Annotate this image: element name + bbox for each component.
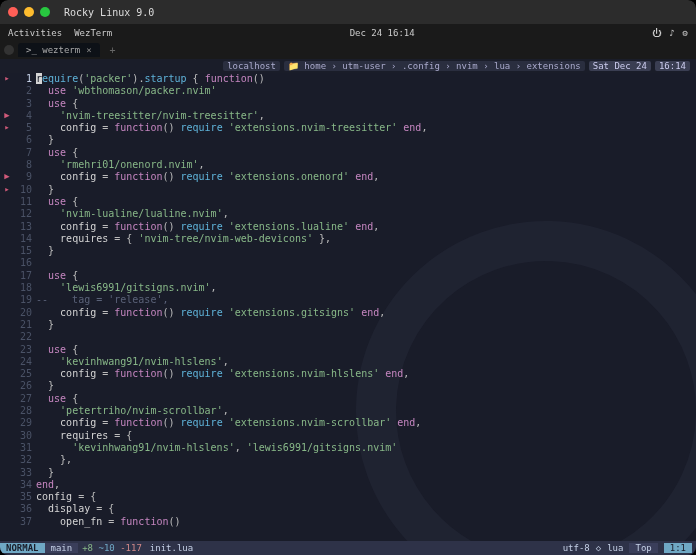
encoding: utf-8	[563, 543, 590, 553]
git-diff: +8 ~10 -117	[78, 543, 142, 553]
code-line[interactable]: -- tag = 'release',	[36, 294, 696, 306]
macos-titlebar: Rocky Linux 9.0	[0, 0, 696, 24]
code-line[interactable]: 'lewis6991/gitsigns.nvim',	[36, 282, 696, 294]
code-line[interactable]: use {	[36, 196, 696, 208]
new-tab-button[interactable]: +	[104, 45, 122, 56]
code-line[interactable]: 'petertriho/nvim-scrollbar',	[36, 405, 696, 417]
code-line[interactable]: 'kevinhwang91/nvim-hlslens',	[36, 356, 696, 368]
tab-label: >_ wezterm	[26, 45, 80, 55]
maximize-icon[interactable]	[40, 7, 50, 17]
code-line[interactable]: }	[36, 184, 696, 196]
winbar-time: 16:14	[655, 61, 690, 71]
code-line[interactable]: 'kevinhwang91/nvim-hlslens', 'lewis6991/…	[36, 442, 696, 454]
code-line[interactable]: use {	[36, 393, 696, 405]
code-line[interactable]: display = {	[36, 503, 696, 515]
code-line[interactable]: config = function() require 'extensions.…	[36, 417, 696, 429]
sign-column: ▸▶▸▶▸	[0, 73, 14, 541]
code-line[interactable]: config = function() require 'extensions.…	[36, 307, 696, 319]
cursor-position: 1:1	[664, 543, 692, 553]
code-line[interactable]: }	[36, 319, 696, 331]
code-line[interactable]: use {	[36, 147, 696, 159]
code-line[interactable]	[36, 331, 696, 343]
tray-sound-icon[interactable]: ♪	[669, 28, 674, 38]
code-line[interactable]: config = function() require 'extensions.…	[36, 368, 696, 380]
window-title: Rocky Linux 9.0	[64, 7, 154, 18]
winbar-breadcrumb: 📁 home › utm-user › .config › nvim › lua…	[284, 61, 585, 71]
code-line[interactable]: },	[36, 454, 696, 466]
code-line[interactable]: config = function() require 'extensions.…	[36, 122, 696, 134]
code-line[interactable]: 'nvim-lualine/lualine.nvim',	[36, 208, 696, 220]
code-line[interactable]: end,	[36, 479, 696, 491]
mode-indicator: NORMAL	[0, 543, 45, 553]
close-icon[interactable]	[8, 7, 18, 17]
code-line[interactable]: use 'wbthomason/packer.nvim'	[36, 85, 696, 97]
code-line[interactable]: }	[36, 380, 696, 392]
minimize-icon[interactable]	[24, 7, 34, 17]
code-line[interactable]: open_fn = function()	[36, 516, 696, 528]
tray-power-icon[interactable]: ⚙	[683, 28, 688, 38]
app-name[interactable]: WezTerm	[74, 28, 112, 38]
activities-button[interactable]: Activities	[8, 28, 62, 38]
winbar-host: localhost	[223, 61, 280, 71]
filetype: lua	[607, 543, 623, 553]
scroll-position: Top	[629, 543, 657, 553]
code-line[interactable]: config = function() require 'extensions.…	[36, 221, 696, 233]
traffic-lights	[8, 7, 50, 17]
tray-network-icon[interactable]: ⏻	[652, 28, 661, 38]
git-branch: main	[45, 543, 79, 553]
code-line[interactable]: use {	[36, 270, 696, 282]
filename: init.lua	[142, 543, 201, 553]
code-line[interactable]: use {	[36, 98, 696, 110]
gnome-top-bar: Activities WezTerm Dec 24 16:14 ⏻ ♪ ⚙	[0, 24, 696, 41]
nvim-winbar: localhost 📁 home › utm-user › .config › …	[0, 59, 696, 73]
code-line[interactable]: config = {	[36, 491, 696, 503]
code-line[interactable]	[36, 257, 696, 269]
tab-launcher-icon[interactable]	[4, 45, 14, 55]
code-line[interactable]: use {	[36, 344, 696, 356]
code-line[interactable]: 'nvim-treesitter/nvim-treesitter',	[36, 110, 696, 122]
code-line[interactable]: requires = { 'nvim-tree/nvim-web-devicon…	[36, 233, 696, 245]
code-line[interactable]: requires = {	[36, 430, 696, 442]
filetype-icon: ◇	[596, 543, 601, 553]
code-area[interactable]: require('packer').startup { function() u…	[36, 73, 696, 541]
clock[interactable]: Dec 24 16:14	[124, 28, 640, 38]
code-line[interactable]: require('packer').startup { function()	[36, 73, 696, 85]
tab-close-icon[interactable]: ×	[86, 45, 91, 55]
tab-wezterm[interactable]: >_ wezterm ×	[18, 43, 100, 57]
code-line[interactable]: 'rmehri01/onenord.nvim',	[36, 159, 696, 171]
line-numbers: 1234567891011121314151617181920212223242…	[14, 73, 36, 541]
winbar-date: Sat Dec 24	[589, 61, 651, 71]
statusline: NORMAL main +8 ~10 -117 init.lua utf-8 ◇…	[0, 541, 696, 555]
code-line[interactable]: }	[36, 467, 696, 479]
wezterm-tabbar: >_ wezterm × +	[0, 41, 696, 59]
editor-viewport[interactable]: ▸▶▸▶▸ 1234567891011121314151617181920212…	[0, 73, 696, 541]
code-line[interactable]: config = function() require 'extensions.…	[36, 171, 696, 183]
code-line[interactable]: }	[36, 134, 696, 146]
code-line[interactable]: }	[36, 245, 696, 257]
